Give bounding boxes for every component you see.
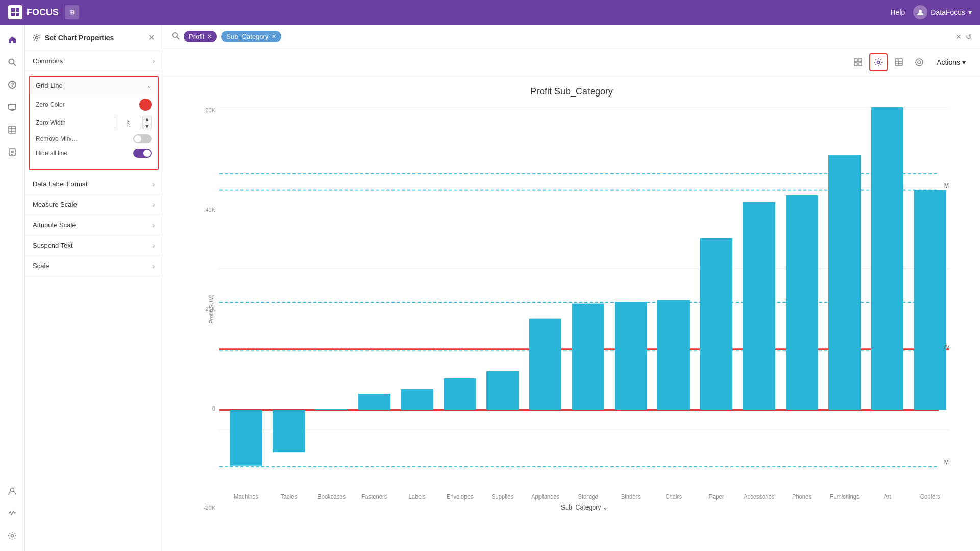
remove-min-toggle[interactable] (133, 134, 152, 143)
svg-rect-16 (9, 149, 15, 156)
bar-envelopes (444, 378, 476, 410)
attribute-scale-header[interactable]: Attribute Scale › (24, 215, 163, 235)
bar-machines (230, 410, 262, 466)
grid-line-content: Zero Color Zero Width ▲ ▼ Remove Min/... (30, 94, 158, 169)
sidebar-item-table[interactable] (3, 121, 21, 139)
data-label-chevron: › (153, 181, 155, 188)
sidebar-item-settings[interactable] (3, 526, 21, 545)
svg-point-35 (918, 61, 921, 64)
y-tick-0: 0 (212, 405, 215, 412)
grid-line-header[interactable]: Grid Line ⌄ (30, 77, 158, 94)
grid-line-label: Grid Line (36, 82, 63, 89)
y-tick-60k: 60K (205, 107, 215, 113)
chart-svg: Machines Tables Bookcases Fasteners Labe… (219, 107, 949, 511)
sidebar-item-search[interactable] (3, 53, 21, 71)
x-label-machines: Machines (234, 493, 258, 500)
attribute-scale-section: Attribute Scale › (24, 215, 163, 235)
tag-profit[interactable]: Profit ✕ (184, 31, 217, 42)
grid-view-btn[interactable] (890, 53, 908, 71)
data-label-label: Data Label Format (33, 180, 88, 188)
commons-chevron: › (153, 58, 155, 65)
commons-header[interactable]: Commons › (24, 51, 163, 71)
x-label-accessories: Accessories (744, 493, 774, 500)
zero-color-label: Zero Color (36, 101, 65, 108)
bar-furnishings (828, 155, 861, 410)
svg-point-22 (36, 36, 38, 39)
suspend-text-chevron: › (153, 242, 155, 249)
sidebar-item-monitor[interactable] (3, 98, 21, 116)
bar-storage (572, 304, 604, 410)
bar-phones (786, 195, 818, 410)
suspend-text-section: Suspend Text › (24, 235, 163, 256)
panel-title: Set Chart Properties (45, 34, 114, 42)
bar-fasteners (358, 394, 390, 410)
data-label-header[interactable]: Data Label Format › (24, 174, 163, 194)
sidebar-item-user[interactable] (3, 482, 21, 500)
zero-width-increment[interactable]: ▲ (142, 116, 152, 123)
zero-width-decrement[interactable]: ▼ (142, 123, 152, 129)
svg-text:?: ? (11, 82, 14, 88)
remove-min-label: Remove Min/... (36, 135, 77, 142)
bar-copiers (914, 190, 946, 410)
filter-btn[interactable] (910, 53, 928, 71)
bar-bookcases (315, 409, 348, 410)
bar-accessories (743, 202, 775, 410)
search-input[interactable] (285, 33, 951, 40)
measure-scale-chevron: › (153, 201, 155, 208)
bar-supplies (486, 371, 519, 410)
hide-all-label: Hide all line (36, 150, 67, 157)
tag-profit-close[interactable]: ✕ (207, 33, 212, 40)
chart-body: 60K 40K 20K 0 -20K Profit(SUM) (194, 107, 949, 511)
sidebar-item-help[interactable]: ? (3, 76, 21, 94)
logo-icon (8, 5, 22, 19)
scale-section: Scale › (24, 256, 163, 276)
zero-width-row: Zero Width ▲ ▼ (36, 116, 152, 129)
nav-add-btn[interactable]: ⊞ (65, 5, 79, 19)
measure-scale-header[interactable]: Measure Scale › (24, 195, 163, 214)
search-clear-btn[interactable]: ✕ (955, 33, 962, 41)
svg-point-23 (173, 33, 177, 37)
suspend-text-label: Suspend Text (33, 242, 73, 249)
ref-max-label: Max 43.48K (944, 182, 949, 189)
svg-rect-26 (859, 59, 862, 62)
hide-all-toggle[interactable] (133, 149, 152, 158)
tag-subcategory-close[interactable]: ✕ (272, 33, 276, 40)
settings-btn[interactable] (869, 53, 888, 71)
sidebar-item-document[interactable] (3, 143, 21, 161)
svg-point-21 (11, 535, 13, 537)
help-link[interactable]: Help (891, 8, 905, 16)
data-label-section: Data Label Format › (24, 174, 163, 195)
logo[interactable]: FOCUS (8, 5, 59, 19)
search-refresh-btn[interactable]: ↺ (966, 33, 972, 41)
svg-rect-30 (895, 59, 902, 66)
x-label-binders: Binders (621, 493, 641, 500)
user-section[interactable]: DataFocus ▾ (913, 5, 972, 19)
y-tick-40k: 40K (205, 207, 215, 213)
svg-rect-28 (859, 63, 862, 66)
x-label-tables: Tables (281, 493, 297, 500)
bar-chairs (657, 300, 690, 410)
zero-width-input[interactable] (115, 116, 141, 129)
actions-btn[interactable]: Actions ▾ (930, 55, 972, 69)
search-btn[interactable] (172, 32, 180, 42)
sidebar-item-activity[interactable] (3, 504, 21, 522)
bar-labels (401, 389, 433, 410)
bar-art (871, 107, 903, 410)
svg-rect-12 (9, 126, 16, 133)
zero-color-swatch[interactable] (139, 99, 152, 111)
x-label-supplies: Supplies (492, 493, 513, 500)
view-toggle-btn[interactable] (849, 53, 867, 71)
suspend-text-header[interactable]: Suspend Text › (24, 235, 163, 255)
actions-label: Actions (937, 58, 960, 66)
svg-rect-9 (9, 104, 16, 109)
x-label-paper: Paper (708, 493, 724, 500)
x-label-bookcases: Bookcases (317, 493, 346, 500)
sidebar-item-home[interactable] (3, 31, 21, 49)
commons-label: Commons (33, 57, 63, 65)
measure-scale-section: Measure Scale › (24, 195, 163, 215)
tag-subcategory[interactable]: Sub_Category ✕ (221, 31, 281, 42)
svg-point-34 (916, 59, 923, 66)
panel-close-btn[interactable]: ✕ (148, 33, 155, 42)
chart-toolbar: Actions ▾ (163, 49, 980, 76)
scale-header[interactable]: Scale › (24, 256, 163, 276)
